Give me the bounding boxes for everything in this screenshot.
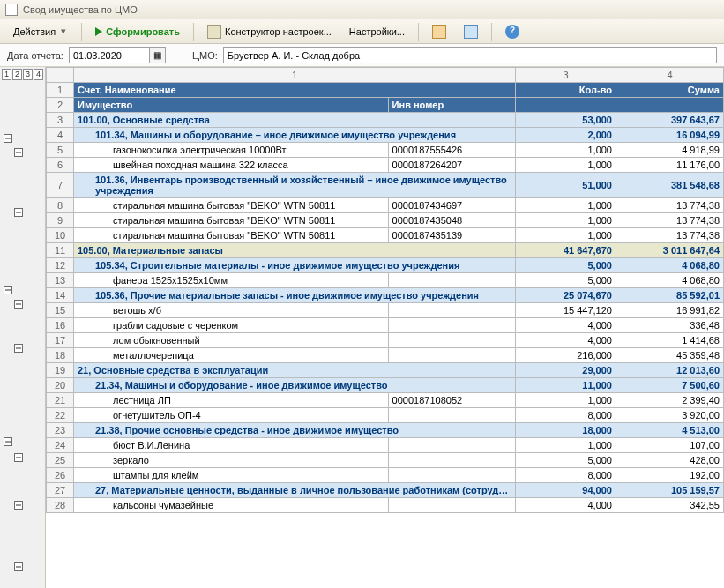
help-button[interactable]: ? [497, 22, 527, 41]
minus-icon[interactable] [14, 562, 23, 571]
tool-button-2[interactable] [456, 22, 486, 41]
outline-toggle [0, 250, 46, 266]
outline-toggle[interactable] [0, 561, 46, 588]
outline-bar: 1 2 3 4 [0, 67, 46, 588]
chevron-down-icon: ▾ [59, 26, 68, 37]
table-row[interactable]: 17лом обыкновенный4,0001 414,68 [47, 333, 724, 348]
table-row[interactable]: 12105.34, Строительные материалы - иное … [47, 258, 724, 273]
outline-toggle [0, 266, 46, 282]
outline-toggle[interactable] [0, 206, 46, 234]
table-row[interactable]: 13фанера 1525х1525х10мм5,0004 068,80 [47, 273, 724, 288]
minus-icon[interactable] [14, 208, 23, 217]
outline-toggle [0, 370, 46, 386]
col-qty: Кол-во [516, 83, 616, 98]
outline-toggle[interactable] [0, 497, 46, 513]
table-row[interactable]: 18металлочерепица216,00045 359,48 [47, 348, 724, 363]
outline-toggle [0, 326, 46, 342]
table-row[interactable]: 22огнетушитель ОП-48,0003 920,00 [47, 408, 724, 423]
separator [418, 23, 419, 41]
outline-toggle [0, 175, 46, 190]
outline-toggle[interactable] [0, 146, 46, 175]
minus-icon[interactable] [4, 437, 12, 446]
report-grid[interactable]: 1 3 4 1 Счет, Наименование Кол-во Сумма … [46, 67, 724, 588]
tool-button-1[interactable] [424, 22, 454, 41]
col-name: Счет, Наименование [74, 83, 516, 98]
col-item: Имущество [74, 98, 389, 113]
main-area: 1 2 3 4 1 3 4 1 Счет, Наименование [0, 67, 724, 588]
separator [193, 23, 194, 41]
outline-toggle[interactable] [0, 342, 46, 370]
table-row[interactable]: 21лестница ЛП00001871080521,0002 399,40 [47, 393, 724, 408]
outline-toggle[interactable] [0, 298, 46, 326]
table-row[interactable]: 7101.36, Инвентарь производственный и хо… [47, 173, 724, 198]
outline-toggle[interactable] [0, 434, 46, 450]
table-row[interactable]: 15ветошь х/б15 447,12016 991,82 [47, 303, 724, 318]
minus-icon[interactable] [4, 286, 12, 294]
cmo-label: ЦМО: [192, 50, 218, 61]
constructor-label: Конструктор настроек... [225, 26, 332, 37]
outline-toggle [0, 529, 46, 545]
settings-button[interactable]: Настройки... [341, 22, 413, 41]
settings-label: Настройки... [349, 26, 405, 37]
outline-toggle [0, 418, 46, 434]
table-row[interactable]: 14105.36, Прочие материальные запасы - и… [47, 288, 724, 303]
level-3-button[interactable]: 3 [23, 69, 33, 80]
form-label: Сформировать [106, 26, 180, 37]
form-button[interactable]: Сформировать [87, 22, 188, 41]
outline-toggle[interactable] [0, 282, 46, 298]
outline-toggle [0, 402, 46, 418]
column-group-header: 1 3 4 [47, 68, 724, 83]
table-row[interactable]: 2321.38, Прочие основные средства - иное… [47, 423, 724, 438]
table-row[interactable]: 1921, Основные средства в эксплуатации29… [47, 363, 724, 378]
header-row-2: 2 Имущество Инв номер [47, 98, 724, 113]
actions-menu[interactable]: Действия ▾ [5, 22, 76, 41]
title-bar: Свод имущества по ЦМО [0, 0, 724, 19]
minus-icon[interactable] [14, 148, 23, 157]
play-icon [95, 27, 102, 36]
table-row[interactable]: 5газонокосилка электрическая 10000Вт0000… [47, 143, 724, 158]
table-row[interactable]: 26штампы для клейм8,000192,00 [47, 468, 724, 483]
cmo-input[interactable] [223, 47, 717, 63]
outline-toggle [0, 513, 46, 529]
table-row[interactable]: 28кальсоны чумазейные4,000342,55 [47, 498, 724, 513]
minus-icon[interactable] [4, 134, 12, 143]
table-row[interactable]: 4101.34, Машины и оборудование – иное дв… [47, 128, 724, 143]
window-icon [5, 4, 18, 16]
table-row[interactable]: 8стиральная машина бытовая "BEKO" WTN 50… [47, 198, 724, 213]
col-inv: Инв номер [388, 98, 516, 113]
outline-toggle [0, 545, 46, 561]
level-1-button[interactable]: 1 [2, 69, 11, 80]
table-row[interactable]: 11105.00, Материальные запасы41 647,6703… [47, 243, 724, 258]
minus-icon[interactable] [14, 501, 23, 510]
table-row[interactable]: 25зеркало5,000428,00 [47, 453, 724, 468]
outline-toggle [0, 465, 46, 481]
outline-toggle [0, 234, 46, 250]
table-row[interactable]: 2021.34, Машины и оборудование - иное дв… [47, 378, 724, 393]
window-title: Свод имущества по ЦМО [23, 4, 138, 15]
table-row[interactable]: 9стиральная машина бытовая "BEKO" WTN 50… [47, 213, 724, 228]
separator [491, 23, 492, 41]
table-row[interactable]: 2727, Материальные ценности, выданные в … [47, 483, 724, 498]
minus-icon[interactable] [14, 344, 23, 353]
minus-icon[interactable] [14, 453, 23, 462]
table-row[interactable]: 16грабли садовые с черенком4,000336,48 [47, 318, 724, 333]
toolbar: Действия ▾ Сформировать Конструктор наст… [0, 19, 724, 44]
separator [81, 23, 82, 41]
date-label: Дата отчета: [7, 50, 63, 61]
table-row[interactable]: 3101.00, Основные средства53,000397 643,… [47, 113, 724, 128]
outline-toggle [0, 386, 46, 402]
outline-toggle [0, 190, 46, 206]
help-icon: ? [505, 25, 519, 39]
date-input[interactable] [69, 47, 150, 63]
calendar-button[interactable]: ▦ [150, 47, 166, 63]
minus-icon[interactable] [14, 300, 23, 309]
refresh-icon [464, 25, 478, 39]
table-row[interactable]: 24бюст В.И.Ленина1,000107,00 [47, 438, 724, 453]
outline-toggle[interactable] [0, 450, 46, 465]
table-row[interactable]: 6швейная походная машина 322 класса00001… [47, 158, 724, 173]
level-2-button[interactable]: 2 [12, 69, 22, 80]
outline-toggle[interactable] [0, 130, 46, 146]
table-row[interactable]: 10стиральная машина бытовая "BEKO" WTN 5… [47, 228, 724, 243]
level-4-button[interactable]: 4 [34, 69, 43, 80]
constructor-button[interactable]: Конструктор настроек... [199, 22, 340, 41]
